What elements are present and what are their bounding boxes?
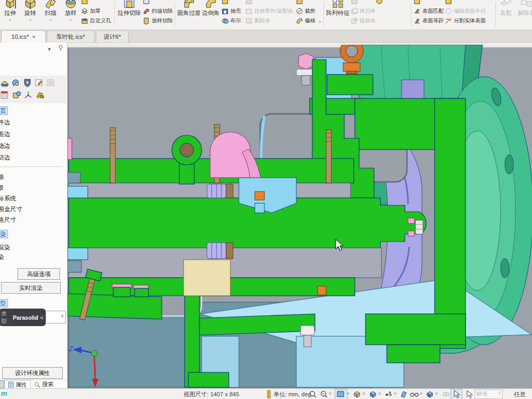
boolean-button[interactable]: 布尔 (221, 16, 241, 25)
trim-button[interactable]: 裁剪 (296, 6, 315, 15)
sweep-button[interactable]: 扫描 ⌄ (40, 0, 61, 29)
clipped-row-item[interactable] (143, 0, 152, 5)
panel-item-grid-size[interactable]: 格尺寸 (0, 216, 62, 224)
clipped-tab-icon[interactable] (0, 380, 4, 388)
part-settings-icon[interactable] (12, 90, 21, 99)
shield-medal-icon[interactable] (23, 78, 32, 87)
panel-section-kernel[interactable]: 型 (0, 299, 8, 307)
clipped-row-item[interactable] (376, 0, 385, 5)
chevron-icon[interactable]: ˅ (394, 391, 396, 396)
grid-settings-icon[interactable] (1, 90, 10, 99)
cursor-select-icon[interactable] (452, 390, 461, 398)
edit-surface-radius-button[interactable]: 编辑表面半径 (445, 6, 486, 15)
panel-section-display[interactable]: 页 (0, 106, 8, 115)
unassemble-button[interactable]: 解除装 (515, 0, 532, 29)
link-body-button[interactable]: 链接体 (351, 16, 376, 25)
extrude-button[interactable]: 拉伸 ⌄ (0, 0, 20, 29)
offset-button[interactable]: 偏移 ⌄ (296, 16, 322, 25)
panel-item-render[interactable]: 渲染 (0, 244, 62, 252)
clamp-icon[interactable] (36, 90, 45, 99)
loft-button[interactable]: 放样 ⌄ (61, 0, 81, 29)
panel-item-background[interactable]: 景 (0, 184, 62, 192)
render-scene-icon[interactable] (1, 78, 10, 87)
chevron-down-icon[interactable]: ⌄ (61, 17, 81, 22)
assemble-button[interactable]: 装配 (497, 0, 514, 29)
surface-offset-button[interactable]: 表面等距 (413, 16, 444, 25)
pattern-feature-button[interactable]: 阵列特征 (326, 0, 350, 29)
snap-mode-label[interactable]: 任意 (514, 390, 526, 398)
fillet-button[interactable]: 圆角过渡 (177, 0, 201, 29)
realtime-render-button[interactable]: 实时渲染 (1, 282, 61, 294)
tab-search[interactable]: 搜索 (31, 380, 57, 389)
panel-item-surface-edges[interactable]: 面边 (0, 130, 62, 138)
selection-filter-dropdown[interactable]: 缺省˅ (475, 389, 503, 399)
edit-page-icon[interactable] (35, 78, 44, 87)
chevron-icon[interactable]: ˅ (347, 391, 350, 396)
zoom-extent-icon[interactable] (320, 390, 328, 398)
loft-cut-button[interactable]: 放样切除 (143, 16, 173, 25)
chevron-down-icon[interactable]: ▾ (48, 46, 51, 53)
clipped-row-item[interactable] (245, 0, 254, 5)
clipped-row-item[interactable] (351, 0, 360, 5)
copy-body-button[interactable]: 拷贝体 (351, 6, 376, 15)
panel-section-render[interactable]: 染 (0, 230, 8, 238)
chevron-icon[interactable]: ˅ (420, 391, 422, 396)
clipped-row-item[interactable] (296, 0, 305, 5)
chevron-down-icon[interactable]: ⌄ (40, 17, 61, 22)
clipped-row-item[interactable] (81, 0, 90, 5)
back-icon[interactable]: ˂ (40, 314, 44, 321)
clipped-row-item[interactable] (445, 0, 454, 5)
extrude-cut-button[interactable]: 拉伸切除 (117, 0, 142, 29)
axis-triad-icon[interactable] (24, 90, 33, 99)
advanced-options-button[interactable]: 高级选项 (18, 268, 60, 280)
tab-properties[interactable]: 属性 (4, 380, 31, 389)
chevron-down-icon[interactable]: ⌄ (20, 17, 40, 22)
close-icon[interactable]: × (32, 34, 35, 40)
stack-clipped (376, 0, 408, 29)
custom-hole-button[interactable]: 自定义孔 (81, 16, 111, 25)
shaded-cube-icon[interactable] (369, 390, 377, 398)
chevron-icon[interactable]: ˅ (329, 391, 331, 396)
view-pages-icon[interactable] (336, 390, 345, 398)
revolve-button[interactable]: 旋转 ⌄ (20, 0, 40, 29)
panel-item-hidden-edges[interactable]: 隐边 (0, 142, 62, 150)
chevron-icon[interactable]: ˅ (378, 391, 381, 396)
pin-icon[interactable] (58, 45, 63, 52)
glasses-icon[interactable] (410, 390, 418, 398)
chevron-icon[interactable]: ˅ (435, 391, 438, 396)
viewport-3d[interactable]: Z X (68, 45, 532, 388)
face-select-icon[interactable] (400, 390, 408, 398)
cursor-alt-icon[interactable] (465, 390, 473, 398)
panel-item-part-edges[interactable]: 件边 (0, 119, 62, 127)
tab-doc3[interactable]: 设计6* (96, 30, 129, 43)
clipped-row-item[interactable] (413, 0, 422, 5)
panel-item-render2[interactable]: 染 (0, 253, 62, 261)
panel-item-bounding-box[interactable]: 围盒尺寸 (0, 205, 62, 213)
delete-body-button[interactable]: 删除体 (245, 16, 270, 25)
ribbon-separator (174, 2, 175, 27)
render-yellow-cube-icon[interactable] (353, 390, 361, 398)
move-mode-icon[interactable] (384, 390, 393, 398)
extrude-part-button[interactable]: 拉伸零件/装配体 (245, 6, 293, 15)
tab-doc1[interactable]: 10.ics* × (1, 30, 46, 43)
solid-cube-icon[interactable] (426, 390, 434, 398)
surface-match-button[interactable]: 表面匹配 (413, 6, 444, 15)
chevron-icon[interactable]: ˅ (362, 391, 365, 396)
design-env-properties-button[interactable]: 设计环境属性 (2, 367, 63, 379)
chevron-down-icon[interactable]: ⌄ (318, 18, 322, 23)
chamfer-button[interactable]: 边倒角 (201, 0, 220, 29)
thicken-button[interactable]: 加厚 (81, 6, 101, 15)
split-surface-button[interactable]: 分割实体表面 (445, 16, 486, 25)
zoom-icon[interactable] (309, 390, 317, 398)
panel-item-tangent-edges[interactable]: 切边 (0, 154, 62, 162)
disabled-page-icon[interactable] (46, 78, 55, 87)
panel-item-light[interactable]: 源 (0, 173, 62, 181)
clipped-row-item[interactable] (221, 0, 230, 5)
material-icon[interactable] (11, 78, 20, 87)
shell-button[interactable]: 抽壳 (221, 6, 241, 15)
sweep-cut-button[interactable]: 扫描切除 (143, 6, 173, 15)
tab-doc2[interactable]: 泵叶轮.ics* (47, 30, 95, 43)
chevron-down-icon[interactable]: ⌄ (0, 17, 20, 22)
chevron-down-icon[interactable]: ˅ (61, 313, 64, 319)
panel-item-coord-system[interactable]: 标系统 (0, 195, 62, 203)
